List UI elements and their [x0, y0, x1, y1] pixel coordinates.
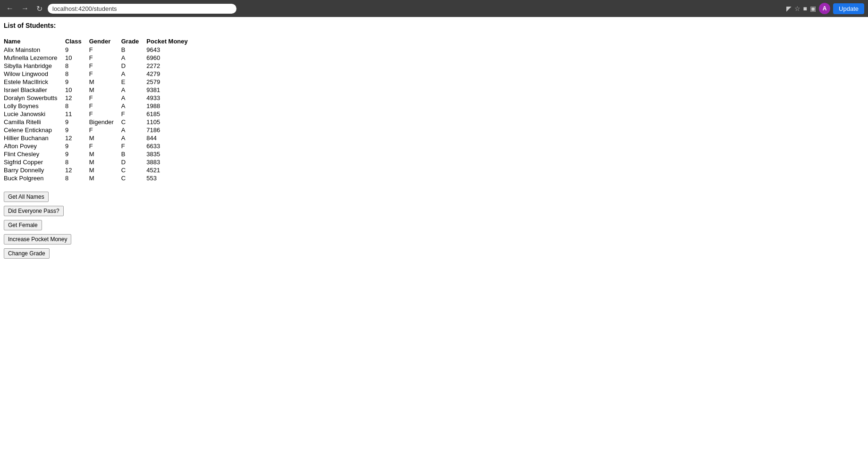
cell-pocket-money: 1988 — [146, 102, 195, 110]
extensions-icon: ■ — [803, 5, 807, 12]
avatar: A — [819, 3, 830, 14]
col-header-name: Name — [4, 37, 65, 46]
cell-gender: M — [89, 78, 121, 86]
change-grade-button[interactable]: Change Grade — [4, 248, 50, 259]
cell-grade: F — [121, 110, 147, 118]
forward-button[interactable]: → — [19, 3, 31, 14]
cell-grade: A — [121, 134, 147, 142]
cell-class: 9 — [65, 118, 89, 126]
cell-grade: B — [121, 46, 147, 54]
cell-grade: A — [121, 70, 147, 78]
table-row: Wilow Lingwood 8 F A 4279 — [4, 70, 195, 78]
cell-pocket-money: 4279 — [146, 70, 195, 78]
cell-grade: B — [121, 150, 147, 158]
cell-name: Wilow Lingwood — [4, 70, 65, 78]
table-header-row: Name Class Gender Grade Pocket Money — [4, 37, 195, 46]
cell-name: Afton Povey — [4, 142, 65, 150]
cell-name: Mufinella Lezemore — [4, 54, 65, 62]
cell-name: Israel Blackaller — [4, 86, 65, 94]
table-row: Doralyn Sowerbutts 12 F A 4933 — [4, 94, 195, 102]
page-title: List of Students: — [4, 22, 864, 29]
cell-class: 8 — [65, 70, 89, 78]
table-row: Barry Donnelly 12 M C 4521 — [4, 166, 195, 174]
cell-gender: F — [89, 46, 121, 54]
cell-pocket-money: 6633 — [146, 142, 195, 150]
cell-grade: C — [121, 174, 147, 182]
bookmark-icon: ☆ — [794, 5, 801, 12]
table-row: Celene Enticknap 9 F A 7186 — [4, 126, 195, 134]
cell-gender: F — [89, 62, 121, 70]
table-row: Israel Blackaller 10 M A 9381 — [4, 86, 195, 94]
cell-pocket-money: 3835 — [146, 150, 195, 158]
cell-name: Barry Donnelly — [4, 166, 65, 174]
address-bar[interactable]: localhost:4200/students — [48, 4, 236, 14]
cell-class: 8 — [65, 174, 89, 182]
cell-name: Doralyn Sowerbutts — [4, 94, 65, 102]
table-row: Sigfrid Copper 8 M D 3883 — [4, 158, 195, 166]
table-row: Afton Povey 9 F F 6633 — [4, 142, 195, 150]
cell-grade: F — [121, 142, 147, 150]
cell-pocket-money: 7186 — [146, 126, 195, 134]
cell-grade: A — [121, 86, 147, 94]
table-row: Estele MacIllrick 9 M E 2579 — [4, 78, 195, 86]
buttons-section: Get All Names Did Everyone Pass? Get Fem… — [4, 192, 864, 259]
cell-grade: E — [121, 78, 147, 86]
reload-button[interactable]: ↻ — [34, 3, 45, 14]
back-button[interactable]: ← — [4, 3, 16, 14]
cell-grade: D — [121, 158, 147, 166]
cell-gender: F — [89, 102, 121, 110]
cell-class: 8 — [65, 158, 89, 166]
browser-actions: ◤ ☆ ■ ▣ A Update — [786, 3, 864, 14]
cell-grade: A — [121, 54, 147, 62]
cell-gender: M — [89, 86, 121, 94]
cell-pocket-money: 3883 — [146, 158, 195, 166]
cell-pocket-money: 9643 — [146, 46, 195, 54]
did-everyone-pass-button[interactable]: Did Everyone Pass? — [4, 206, 64, 216]
cell-class: 9 — [65, 142, 89, 150]
cell-grade: D — [121, 62, 147, 70]
cell-class: 9 — [65, 78, 89, 86]
cell-class: 12 — [65, 166, 89, 174]
cell-pocket-money: 2272 — [146, 62, 195, 70]
col-header-pocket-money: Pocket Money — [146, 37, 195, 46]
cell-class: 11 — [65, 110, 89, 118]
browser-chrome: ← → ↻ localhost:4200/students ◤ ☆ ■ ▣ A … — [0, 0, 868, 17]
table-row: Mufinella Lezemore 10 F A 6960 — [4, 54, 195, 62]
cell-gender: M — [89, 150, 121, 158]
cell-grade: C — [121, 118, 147, 126]
table-row: Sibylla Hanbridge 8 F D 2272 — [4, 62, 195, 70]
cell-pocket-money: 6960 — [146, 54, 195, 62]
increase-pocket-money-button[interactable]: Increase Pocket Money — [4, 234, 71, 244]
cell-class: 12 — [65, 134, 89, 142]
cell-gender: M — [89, 158, 121, 166]
cell-name: Hillier Buchanan — [4, 134, 65, 142]
cell-pocket-money: 1105 — [146, 118, 195, 126]
cell-name: Lucie Janowski — [4, 110, 65, 118]
cell-name: Alix Mainston — [4, 46, 65, 54]
cell-pocket-money: 844 — [146, 134, 195, 142]
table-row: Lucie Janowski 11 F F 6185 — [4, 110, 195, 118]
cell-pocket-money: 2579 — [146, 78, 195, 86]
cell-name: Estele MacIllrick — [4, 78, 65, 86]
cell-class: 9 — [65, 46, 89, 54]
cell-gender: F — [89, 110, 121, 118]
cell-class: 10 — [65, 54, 89, 62]
cell-name: Camilla Ritelli — [4, 118, 65, 126]
cell-name: Flint Chesley — [4, 150, 65, 158]
cell-grade: C — [121, 166, 147, 174]
cell-pocket-money: 6185 — [146, 110, 195, 118]
cell-pocket-money: 4933 — [146, 94, 195, 102]
get-all-names-button[interactable]: Get All Names — [4, 192, 49, 202]
get-female-button[interactable]: Get Female — [4, 220, 42, 230]
update-button[interactable]: Update — [833, 3, 864, 14]
cell-gender: M — [89, 166, 121, 174]
cell-pocket-money: 553 — [146, 174, 195, 182]
cell-grade: A — [121, 94, 147, 102]
cell-gender: F — [89, 126, 121, 134]
cell-name: Celene Enticknap — [4, 126, 65, 134]
cell-class: 8 — [65, 62, 89, 70]
cell-gender: F — [89, 54, 121, 62]
cell-name: Sigfrid Copper — [4, 158, 65, 166]
cell-class: 8 — [65, 102, 89, 110]
cell-name: Lolly Boynes — [4, 102, 65, 110]
